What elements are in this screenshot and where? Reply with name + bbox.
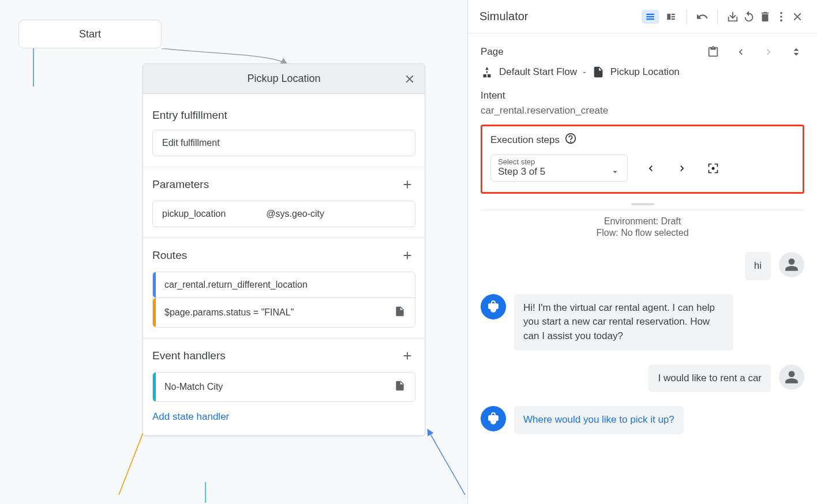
parameters-heading: Parameters — [152, 178, 209, 191]
close-simulator-icon[interactable] — [789, 9, 805, 25]
flow-canvas[interactable]: Start Pickup Location Entry fulfillment … — [0, 0, 467, 504]
page-icon — [394, 380, 406, 394]
user-message: hi — [745, 252, 771, 280]
delete-icon[interactable] — [757, 9, 773, 25]
breadcrumb-flow: Default Start Flow — [499, 66, 577, 78]
page-heading: Page — [481, 46, 504, 58]
svg-rect-5 — [672, 16, 675, 17]
undo-icon[interactable] — [694, 9, 710, 25]
svg-point-9 — [780, 19, 782, 21]
flow-edge-blue — [425, 427, 467, 496]
page-panel: Pickup Location Entry fulfillment Edit f… — [143, 63, 425, 436]
svg-rect-4 — [672, 13, 675, 14]
parameter-entity: @sys.geo-city — [266, 209, 324, 219]
add-state-handler-link[interactable]: Add state handler — [152, 411, 229, 423]
flow-edge-cyan — [200, 479, 211, 504]
route-label: $page.params.status = "FINAL" — [164, 307, 294, 318]
step-next-button[interactable] — [674, 160, 690, 176]
simulator-toolbar: Simulator — [468, 0, 817, 33]
start-node-label: Start — [79, 28, 101, 40]
breadcrumb-page: Pickup Location — [610, 66, 680, 78]
prev-page-icon[interactable] — [733, 44, 749, 60]
clipboard-icon[interactable] — [705, 44, 721, 60]
entry-fulfillment-heading: Entry fulfillment — [152, 109, 227, 122]
breadcrumb-sep: - — [583, 66, 586, 78]
flow-edge-orange — [115, 427, 150, 496]
simulator-title: Simulator — [479, 10, 528, 23]
help-icon[interactable] — [564, 132, 577, 148]
agent-avatar-icon — [481, 294, 506, 319]
intent-heading: Intent — [481, 90, 505, 101]
start-node[interactable]: Start — [18, 20, 162, 48]
svg-rect-2 — [646, 18, 654, 20]
parameter-row[interactable]: pickup_location @sys.geo-city — [152, 201, 415, 227]
svg-rect-1 — [646, 16, 654, 17]
user-message: I would like to rent a car — [649, 364, 771, 393]
svg-rect-3 — [667, 13, 670, 20]
svg-rect-6 — [672, 18, 675, 20]
event-handlers-heading: Event handlers — [152, 349, 226, 362]
agent-message: Where would you like to pick it up? — [514, 406, 684, 434]
step-prev-button[interactable] — [643, 160, 659, 176]
agent-message: Hi! I'm the virtual car rental agent. I … — [514, 294, 733, 351]
environment-label: Environment: Draft — [481, 216, 804, 227]
step-select-label: Select step — [498, 157, 535, 166]
add-event-handler-button[interactable] — [399, 348, 415, 364]
flow-icon — [481, 66, 493, 78]
page-icon — [394, 306, 406, 319]
svg-point-7 — [780, 12, 782, 14]
event-handler-label: No-Match City — [164, 382, 223, 392]
intent-value: car_rental.reservation_create — [481, 105, 804, 116]
next-page-icon[interactable] — [760, 44, 777, 60]
panel-title: Pickup Location — [143, 73, 425, 85]
edit-fulfillment-label: Edit fulfillment — [162, 138, 220, 148]
page-icon — [592, 66, 605, 78]
parameter-name: pickup_location — [162, 209, 226, 219]
add-route-button[interactable] — [399, 247, 415, 264]
step-select[interactable]: Select step Step 3 of 5 — [490, 155, 628, 182]
route-label: car_rental.return_different_location — [164, 280, 308, 290]
collapse-icon[interactable] — [788, 44, 804, 60]
execution-steps-heading: Execution steps — [490, 134, 560, 146]
routes-heading: Routes — [152, 249, 187, 262]
agent-avatar-icon — [481, 406, 506, 431]
user-avatar-icon — [779, 252, 804, 277]
more-icon[interactable] — [773, 9, 789, 25]
execution-steps-box: Execution steps Select step Step 3 of 5 — [481, 125, 804, 194]
panel-header: Pickup Location — [143, 64, 425, 94]
breadcrumb: Default Start Flow - Pickup Location — [481, 66, 804, 78]
step-select-value: Step 3 of 5 — [498, 166, 545, 178]
replay-icon[interactable] — [741, 9, 757, 25]
view-mode-compact-icon[interactable] — [642, 10, 659, 24]
add-parameter-button[interactable] — [399, 176, 415, 193]
close-icon[interactable] — [402, 71, 418, 87]
svg-point-8 — [780, 16, 782, 18]
simulator-panel: Simulator Page — [467, 0, 817, 504]
event-handler-row[interactable]: No-Match City — [152, 372, 415, 402]
route-row[interactable]: $page.params.status = "FINAL" — [152, 298, 415, 328]
focus-icon[interactable] — [705, 160, 721, 176]
flow-selected-label: Flow: No flow selected — [481, 228, 804, 238]
chat-area: Environment: Draft Flow: No flow selecte… — [468, 205, 817, 440]
view-mode-detailed-icon[interactable] — [662, 10, 680, 24]
svg-rect-0 — [646, 13, 654, 14]
edit-fulfillment-button[interactable]: Edit fulfillment — [152, 130, 415, 156]
user-avatar-icon — [779, 364, 804, 390]
chevron-down-icon — [610, 167, 620, 177]
save-icon[interactable] — [725, 9, 741, 25]
route-row[interactable]: car_rental.return_different_location — [152, 272, 415, 298]
